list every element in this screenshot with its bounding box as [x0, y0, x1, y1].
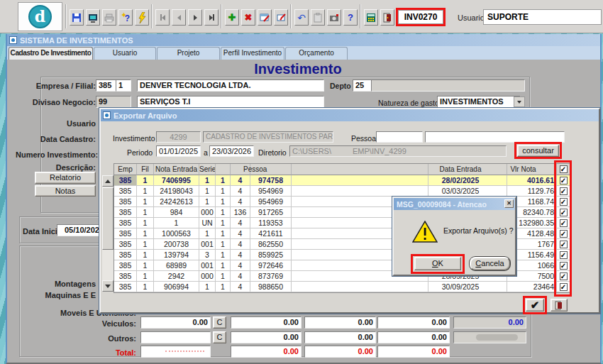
outros-field-3[interactable]: 0.00: [304, 331, 376, 343]
outros-field-1[interactable]: [140, 331, 211, 343]
grid-header-cell[interactable]: Nota Entrada: [154, 164, 199, 175]
tab-perfil[interactable]: Perfil Investimento: [221, 47, 284, 60]
notas-button[interactable]: Notas: [35, 185, 96, 197]
relatorio-button[interactable]: Relatorio: [35, 172, 96, 184]
consultar-button[interactable]: consultar: [517, 145, 559, 157]
first-record-button[interactable]: [155, 9, 170, 26]
grid-header-cell[interactable]: Fil: [137, 164, 154, 175]
outros-c-button[interactable]: C: [213, 331, 226, 343]
undo-button[interactable]: ↶: [294, 9, 309, 26]
tab-usuario[interactable]: Usuario: [94, 47, 156, 60]
grid-cell: 917265: [250, 207, 292, 218]
grid-cell: 24198043: [154, 186, 199, 197]
outros-field-4[interactable]: 0.00: [377, 331, 450, 343]
next-record-button[interactable]: [188, 9, 202, 26]
add-record-button[interactable]: ✚: [225, 9, 239, 26]
filial-field[interactable]: 1: [116, 79, 131, 92]
grid-cell: 954969: [250, 197, 292, 207]
total-label: Total:: [72, 348, 136, 357]
grid-cell: [292, 186, 428, 197]
last-record-button[interactable]: [204, 9, 218, 26]
user-value[interactable]: SUPORTE: [483, 9, 602, 25]
investimento-field: 4299: [156, 131, 201, 143]
total-field-1: [140, 346, 211, 358]
grid-row[interactable]: 38512419804311495496903/03/20251129.76✓: [114, 186, 570, 197]
grid-cell: 1: [137, 207, 154, 218]
investimento-label: Investimento: [113, 134, 155, 143]
grid-cell: 1: [216, 260, 231, 271]
grid-cell: 873769: [250, 271, 292, 282]
ok-button[interactable]: OK: [414, 257, 461, 270]
periodo-de-field[interactable]: 01/01/2025: [156, 145, 201, 157]
empresa-nome-field[interactable]: DENVER TECNOLOGIA LTDA.: [137, 79, 324, 92]
pessoa-field-1[interactable]: [376, 131, 423, 143]
prev-record-button[interactable]: [172, 9, 186, 26]
grid-cell: 1: [216, 207, 231, 218]
veiculos-field-5: 0.00: [453, 316, 526, 329]
scrollbar-thumb[interactable]: [102, 187, 114, 250]
camera-button[interactable]: [327, 9, 341, 26]
grid-header-cell[interactable]: Data Entrada: [428, 164, 507, 175]
grid-cell: 385: [114, 260, 137, 271]
msgbox-titlebar: MSG_00009084 - Atencao ✕: [394, 198, 515, 210]
pessoa-field-2[interactable]: [425, 131, 565, 143]
periodo-label: Periodo: [127, 148, 153, 157]
edit-grid-button[interactable]: [258, 9, 272, 26]
msgbox-close-button[interactable]: ✕: [504, 199, 514, 208]
query-grid-button[interactable]: [274, 9, 288, 26]
redacted-total: [165, 351, 204, 352]
exit-button[interactable]: [380, 9, 394, 26]
window-titlebar: SISTEMA DE INVESTIMENTOS: [7, 34, 600, 46]
search-help-button[interactable]: ✦ ?: [118, 9, 133, 26]
grid-cell: 1: [216, 228, 231, 239]
veiculos-label: Veiculos:: [72, 319, 136, 328]
natureza-dropdown-icon[interactable]: [514, 96, 525, 107]
print-button[interactable]: [102, 9, 116, 26]
save-button[interactable]: [70, 9, 84, 26]
diretorio-label: Diretorio: [258, 148, 287, 157]
tab-orcamento[interactable]: Orçamento: [285, 47, 348, 60]
grid-cell: 200738: [154, 239, 199, 250]
check-column-highlight: [554, 160, 572, 297]
grid-cell: 974758: [250, 175, 292, 186]
grid-cell: 119353: [250, 218, 292, 228]
depto-field[interactable]: 25: [353, 79, 372, 92]
outros-field-2[interactable]: 0.00: [231, 331, 302, 343]
grid-header-cell[interactable]: Vlr Nota: [507, 164, 557, 175]
divisao-nome-field[interactable]: SERVIÇOS T.I: [137, 96, 324, 108]
natureza-select[interactable]: INVESTIMENTOS: [437, 96, 521, 108]
periodo-ate-field[interactable]: 23/03/2026: [209, 145, 254, 157]
grid-cell: 1: [199, 186, 216, 197]
dialog-exit-button[interactable]: [551, 299, 568, 311]
calculator-button[interactable]: [364, 9, 378, 26]
help-button[interactable]: ?: [343, 9, 358, 26]
grid-header-cell[interactable]: [216, 164, 231, 175]
scroll-up-button[interactable]: [102, 175, 114, 187]
veiculos-field-1[interactable]: 0.00: [140, 316, 211, 329]
grid-cell: 000: [199, 271, 216, 282]
veiculos-field-2[interactable]: 0.00: [231, 316, 302, 329]
grid-header-cell[interactable]: [292, 164, 428, 175]
grid-header-cell[interactable]: Serie: [199, 164, 216, 175]
grid-row[interactable]: 385190699411498865030/09/202523464✓: [114, 282, 570, 292]
divisao-field[interactable]: 99: [96, 96, 131, 108]
total-field-3: 0.00: [304, 346, 376, 358]
confirm-export-button[interactable]: ✔: [526, 299, 544, 311]
tab-projeto[interactable]: Projeto: [157, 47, 220, 60]
grid-scrollbar[interactable]: [102, 175, 114, 292]
usuario-label: Usuario: [16, 119, 96, 128]
monitor-button[interactable]: [86, 9, 100, 26]
veiculos-field-4[interactable]: 0.00: [377, 316, 450, 329]
scroll-down-button[interactable]: [102, 280, 114, 292]
grid-row[interactable]: 3851740699511497475828/02/20254016.61✓: [114, 175, 570, 186]
grid-cell: 000: [199, 207, 216, 218]
delete-record-button[interactable]: ✖: [241, 9, 255, 26]
clipboard-button[interactable]: [311, 9, 325, 26]
veiculos-field-3[interactable]: 0.00: [304, 316, 376, 329]
tab-cadastro[interactable]: Cadastro De Investimento: [9, 47, 93, 60]
grid-header-cell[interactable]: Emp: [114, 164, 137, 175]
cancel-button[interactable]: Cancela: [470, 257, 510, 270]
veiculos-c-button[interactable]: C: [213, 316, 226, 329]
grid-cell: 1: [216, 282, 231, 292]
execute-button[interactable]: [135, 9, 149, 26]
